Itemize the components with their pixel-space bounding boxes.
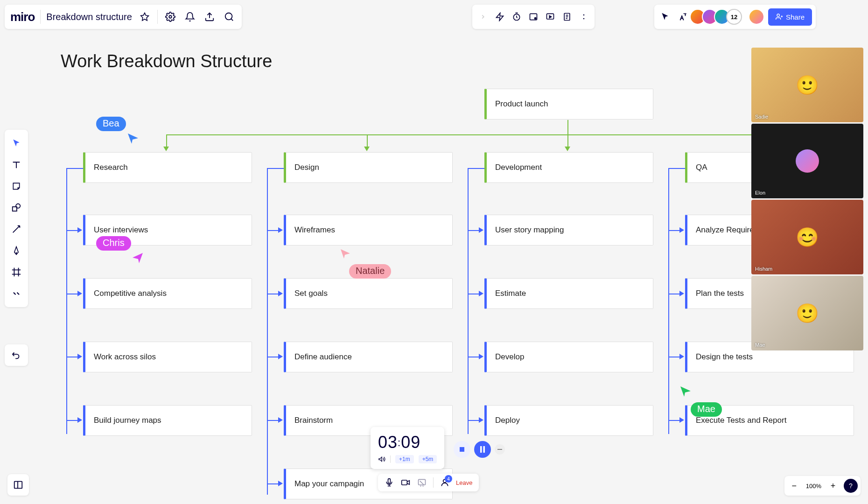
add-1m-button[interactable]: +1m	[395, 455, 414, 463]
wbs-task-node[interactable]: Wireframes	[284, 215, 453, 245]
connector	[468, 357, 479, 357]
connector	[267, 230, 278, 231]
topbar-left: miro Breakdown structure	[5, 5, 242, 29]
video-panel: 🙂 Sadie Elon 😊 Hisham 🙂 Mae	[751, 48, 863, 350]
text-tool[interactable]	[7, 155, 26, 175]
wbs-category-node[interactable]: Research	[83, 152, 252, 183]
connector	[668, 230, 679, 231]
miro-logo[interactable]: miro	[10, 10, 35, 24]
wbs-task-node[interactable]: Build journey maps	[83, 405, 252, 436]
arrow-icon	[679, 417, 684, 423]
divider	[157, 10, 158, 24]
pointer-icon[interactable]	[658, 10, 672, 24]
select-tool[interactable]	[7, 133, 26, 153]
wbs-task-node[interactable]: Work across silos	[83, 342, 252, 372]
avatar-overflow[interactable]: 12	[726, 9, 742, 25]
more-tools[interactable]	[7, 284, 26, 303]
connector	[267, 168, 268, 495]
svg-rect-14	[402, 480, 407, 485]
zoom-level[interactable]: 100%	[803, 483, 824, 490]
connector	[267, 168, 284, 169]
stop-button[interactable]	[454, 441, 470, 458]
settings-icon[interactable]	[163, 10, 177, 24]
leave-button[interactable]: Leave	[456, 479, 472, 486]
timer-display: 03:09	[378, 433, 437, 452]
connector	[66, 230, 77, 231]
wbs-root-node[interactable]: Product launch	[484, 89, 653, 119]
help-button[interactable]: ?	[844, 479, 858, 493]
map-toggle[interactable]	[7, 474, 29, 496]
video-tile[interactable]: Elon	[751, 124, 863, 198]
arrow-icon	[278, 417, 283, 423]
wbs-task-node[interactable]: Deploy	[484, 405, 653, 436]
pause-button[interactable]	[474, 441, 491, 458]
share-button[interactable]: Share	[768, 8, 812, 26]
arrow-icon	[565, 147, 570, 151]
zoom-control: − 100% + ?	[784, 476, 861, 496]
zoom-out-button[interactable]: −	[787, 479, 801, 493]
more-icon[interactable]	[577, 10, 591, 24]
search-icon[interactable]	[222, 10, 236, 24]
timer-icon[interactable]	[510, 10, 524, 24]
svg-rect-11	[480, 446, 482, 453]
svg-point-4	[535, 18, 536, 19]
wbs-task-node[interactable]: Estimate	[484, 278, 653, 309]
sound-icon[interactable]	[378, 455, 385, 463]
wbs-category-node[interactable]: Design	[284, 152, 453, 183]
pen-tool[interactable]	[7, 241, 26, 260]
video-name: Hisham	[755, 266, 772, 272]
lightning-icon[interactable]	[493, 10, 507, 24]
arrow-icon	[77, 417, 82, 423]
add-5m-button[interactable]: +5m	[419, 455, 437, 463]
wbs-category-node[interactable]: Development	[484, 152, 653, 183]
mic-icon[interactable]	[385, 478, 394, 487]
board-title[interactable]: Breakdown structure	[46, 12, 132, 22]
camera-icon[interactable]	[400, 478, 411, 487]
wbs-task-node[interactable]: User story mapping	[484, 215, 653, 245]
reactions-icon[interactable]	[676, 10, 690, 24]
sticky-tool[interactable]	[7, 176, 26, 196]
connector	[468, 168, 484, 169]
connector	[66, 357, 77, 357]
presentation-icon[interactable]	[543, 10, 557, 24]
arrow-icon	[77, 354, 82, 359]
svg-point-0	[169, 15, 172, 18]
export-icon[interactable]	[203, 10, 217, 24]
chevron-right-icon[interactable]	[476, 10, 490, 24]
avatar-stack[interactable]: 12	[693, 9, 742, 25]
undo-button[interactable]	[5, 344, 28, 366]
document-icon[interactable]	[560, 10, 574, 24]
divider	[390, 455, 391, 463]
line-tool[interactable]	[7, 219, 26, 239]
collapse-icon[interactable]	[495, 444, 505, 455]
share-screen-icon[interactable]	[417, 478, 427, 487]
zoom-in-button[interactable]: +	[826, 479, 840, 493]
page-title: Work Breakdown Structure	[61, 51, 272, 71]
connector	[668, 420, 679, 421]
connector	[66, 168, 83, 169]
avatar-self[interactable]	[749, 9, 764, 25]
timer-widget[interactable]: 03:09 +1m +5m	[371, 427, 444, 469]
arrow-icon	[679, 291, 684, 296]
remote-cursor-label: Natalie	[349, 264, 391, 279]
wbs-task-node[interactable]: Define audience	[284, 342, 453, 372]
remote-cursor-label: Bea	[96, 117, 126, 131]
divider	[40, 10, 41, 24]
person-add-icon	[776, 13, 783, 21]
video-feed: 🙂	[751, 276, 863, 350]
timer-seconds: 09	[401, 433, 420, 452]
video-tile[interactable]: 🙂 Mae	[751, 276, 863, 350]
connector	[468, 168, 469, 434]
participants-icon[interactable]: 4	[440, 478, 449, 487]
wbs-task-node[interactable]: Set goals	[284, 278, 453, 309]
note-icon[interactable]	[526, 10, 540, 24]
wbs-task-node[interactable]: Develop	[484, 342, 653, 372]
star-icon[interactable]	[138, 10, 152, 24]
frame-tool[interactable]	[7, 262, 26, 282]
shape-tool[interactable]	[7, 198, 26, 217]
video-tile[interactable]: 😊 Hisham	[751, 200, 863, 274]
connector	[267, 357, 278, 357]
video-tile[interactable]: 🙂 Sadie	[751, 48, 863, 122]
wbs-task-node[interactable]: Competitive analysis	[83, 278, 252, 309]
bell-icon[interactable]	[183, 10, 197, 24]
